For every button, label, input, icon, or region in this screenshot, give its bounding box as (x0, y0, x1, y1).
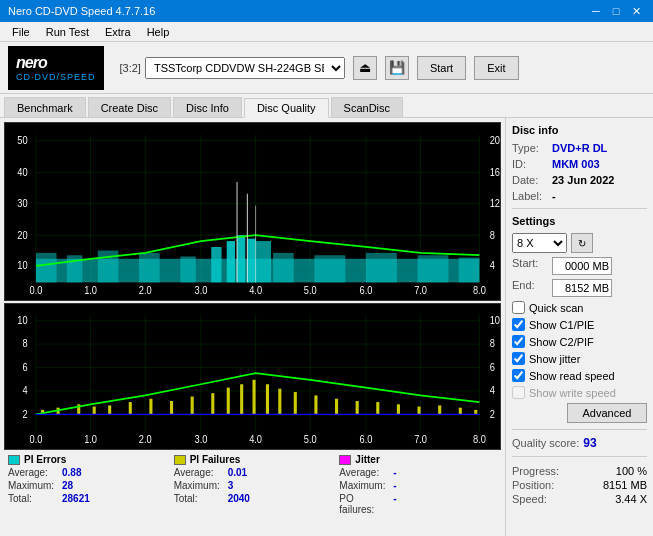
svg-rect-103 (314, 395, 317, 414)
jitter-max-label: Maximum: (339, 480, 389, 491)
jitter-color (339, 455, 351, 465)
position-value: 8151 MB (603, 479, 647, 491)
start-button[interactable]: Start (417, 56, 466, 80)
logo: nero CD·DVD/SPEED (8, 46, 104, 90)
svg-text:1.0: 1.0 (84, 285, 97, 297)
eject-button[interactable]: ⏏ (353, 56, 377, 80)
show-c1pie-row: Show C1/PIE (512, 318, 647, 331)
svg-text:2: 2 (490, 408, 495, 419)
end-label: End: (512, 279, 548, 297)
svg-text:7.0: 7.0 (414, 434, 427, 445)
lower-chart-svg: 10 8 6 4 2 10 8 6 4 2 0.0 1.0 2.0 3.0 (5, 304, 500, 449)
close-button[interactable]: ✕ (627, 3, 645, 19)
upper-chart-svg: 50 40 30 20 10 20 16 12 8 4 0.0 1.0 2.0 … (5, 123, 500, 300)
svg-text:5.0: 5.0 (304, 434, 317, 445)
speed-label: Speed: (512, 493, 547, 505)
pi-errors-total-row: Total: 28621 (8, 493, 166, 504)
svg-rect-94 (170, 401, 173, 414)
svg-rect-95 (191, 397, 194, 415)
menu-run-test[interactable]: Run Test (38, 24, 97, 40)
speed-row: 8 X ↻ (512, 233, 647, 253)
svg-rect-46 (314, 255, 345, 282)
exit-button[interactable]: Exit (474, 56, 518, 80)
svg-rect-40 (211, 247, 221, 282)
save-button[interactable]: 💾 (385, 56, 409, 80)
svg-text:16: 16 (490, 167, 500, 179)
jitter-max-row: Maximum: - (339, 480, 497, 491)
disc-date-value: 23 Jun 2022 (552, 174, 614, 186)
svg-rect-92 (129, 402, 132, 414)
tab-disc-info[interactable]: Disc Info (173, 97, 242, 117)
jitter-max-value: - (393, 480, 396, 491)
quick-scan-checkbox[interactable] (512, 301, 525, 314)
show-write-speed-checkbox (512, 386, 525, 399)
pi-failures-total-value: 2040 (228, 493, 250, 504)
tab-create-disc[interactable]: Create Disc (88, 97, 171, 117)
start-label: Start: (512, 257, 548, 275)
header-area: nero CD·DVD/SPEED [3:2] TSSTcorp CDDVDW … (0, 42, 653, 94)
svg-rect-49 (459, 258, 480, 283)
show-read-speed-row: Show read speed (512, 369, 647, 382)
tab-benchmark[interactable]: Benchmark (4, 97, 86, 117)
disc-info-title: Disc info (512, 124, 647, 136)
lower-chart: 10 8 6 4 2 10 8 6 4 2 0.0 1.0 2.0 3.0 (4, 303, 501, 450)
maximize-button[interactable]: □ (607, 3, 625, 19)
show-c2pif-label: Show C2/PIF (529, 336, 594, 348)
svg-text:4: 4 (490, 385, 496, 396)
svg-text:6: 6 (490, 362, 495, 373)
pi-errors-max-row: Maximum: 28 (8, 480, 166, 491)
svg-rect-111 (474, 410, 477, 414)
right-panel: Disc info Type: DVD+R DL ID: MKM 003 Dat… (505, 118, 653, 536)
svg-text:10: 10 (490, 315, 500, 326)
pi-failures-color (174, 455, 186, 465)
pi-failures-max-row: Maximum: 3 (174, 480, 332, 491)
svg-text:5.0: 5.0 (304, 285, 317, 297)
svg-text:2.0: 2.0 (139, 434, 152, 445)
svg-text:20: 20 (17, 229, 28, 241)
svg-text:7.0: 7.0 (414, 285, 427, 297)
show-read-speed-checkbox[interactable] (512, 369, 525, 382)
speed-select[interactable]: 8 X (512, 233, 567, 253)
svg-rect-101 (278, 389, 281, 415)
quality-score-row: Quality score: 93 (512, 436, 647, 450)
disc-label-label: Label: (512, 190, 548, 202)
settings-title: Settings (512, 215, 647, 227)
minimize-button[interactable]: ─ (587, 3, 605, 19)
start-input[interactable] (552, 257, 612, 275)
menu-bar: File Run Test Extra Help (0, 22, 653, 42)
tab-bar: Benchmark Create Disc Disc Info Disc Qua… (0, 94, 653, 118)
svg-text:4: 4 (490, 260, 496, 272)
svg-rect-38 (139, 253, 160, 283)
show-c2pif-checkbox[interactable] (512, 335, 525, 348)
progress-section: Progress: 100 % Position: 8151 MB Speed:… (512, 465, 647, 507)
show-jitter-checkbox[interactable] (512, 352, 525, 365)
svg-text:2.0: 2.0 (139, 285, 152, 297)
disc-type-label: Type: (512, 142, 548, 154)
tab-scan-disc[interactable]: ScanDisc (331, 97, 403, 117)
svg-text:6: 6 (23, 362, 28, 373)
pi-errors-avg-value: 0.88 (62, 467, 81, 478)
menu-help[interactable]: Help (139, 24, 178, 40)
disc-type-value: DVD+R DL (552, 142, 607, 154)
refresh-button[interactable]: ↻ (571, 233, 593, 253)
pi-errors-total-value: 28621 (62, 493, 90, 504)
svg-rect-104 (335, 399, 338, 415)
advanced-button[interactable]: Advanced (567, 403, 647, 423)
end-input[interactable] (552, 279, 612, 297)
svg-rect-108 (418, 407, 421, 415)
svg-text:8.0: 8.0 (473, 285, 486, 297)
drive-select[interactable]: TSSTcorp CDDVDW SH-224GB SB00 (145, 57, 345, 79)
tab-disc-quality[interactable]: Disc Quality (244, 98, 329, 118)
show-c1pie-checkbox[interactable] (512, 318, 525, 331)
disc-label-row: Label: - (512, 190, 647, 202)
menu-extra[interactable]: Extra (97, 24, 139, 40)
logo-nero: nero (16, 54, 47, 72)
svg-text:2: 2 (23, 408, 28, 419)
svg-rect-102 (294, 392, 297, 414)
pi-failures-avg-row: Average: 0.01 (174, 467, 332, 478)
menu-file[interactable]: File (4, 24, 38, 40)
divider-2 (512, 429, 647, 430)
svg-text:6.0: 6.0 (359, 285, 372, 297)
upper-chart: 50 40 30 20 10 20 16 12 8 4 0.0 1.0 2.0 … (4, 122, 501, 301)
pi-errors-label: PI Errors (24, 454, 66, 465)
